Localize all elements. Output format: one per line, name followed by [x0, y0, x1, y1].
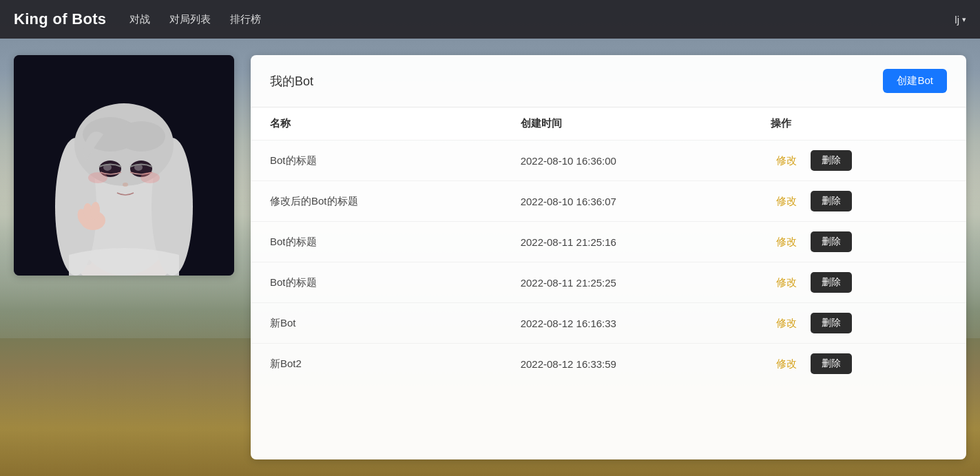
table-row: Bot的标题2022-08-10 16:36:00修改删除 [251, 141, 966, 181]
svg-point-18 [140, 172, 160, 183]
bot-panel: 我的Bot 创建Bot 名称 创建时间 操作 Bot的标题2022-08-10 … [251, 55, 966, 459]
bot-time-cell: 2022-08-11 21:25:25 [501, 262, 752, 303]
delete-button[interactable]: 删除 [811, 272, 852, 293]
delete-button[interactable]: 删除 [811, 231, 852, 252]
navbar-link-leaderboard[interactable]: 排行榜 [229, 10, 262, 29]
edit-button[interactable]: 修改 [771, 233, 802, 251]
bot-name-cell: Bot的标题 [251, 222, 501, 262]
action-buttons: 修改删除 [771, 150, 947, 171]
bot-action-cell: 修改删除 [751, 344, 966, 384]
table-header-row: 名称 创建时间 操作 [251, 107, 966, 141]
bot-panel-header: 我的Bot 创建Bot [251, 55, 966, 107]
bot-table-body: Bot的标题2022-08-10 16:36:00修改删除修改后的Bot的标题2… [251, 141, 966, 384]
navbar-link-matchlist[interactable]: 对局列表 [168, 10, 212, 29]
bot-time-cell: 2022-08-11 21:25:16 [501, 222, 752, 262]
col-header-action: 操作 [751, 107, 966, 141]
bot-time-cell: 2022-08-12 16:33:59 [501, 344, 752, 384]
table-row: Bot的标题2022-08-11 21:25:25修改删除 [251, 262, 966, 303]
navbar-links: 对战 对局列表 排行榜 [128, 10, 262, 29]
create-bot-button[interactable]: 创建Bot [883, 69, 947, 93]
svg-point-19 [123, 183, 128, 187]
bot-table: 名称 创建时间 操作 Bot的标题2022-08-10 16:36:00修改删除… [251, 107, 966, 384]
edit-button[interactable]: 修改 [771, 273, 802, 292]
bot-name-cell: Bot的标题 [251, 141, 501, 181]
bot-action-cell: 修改删除 [751, 303, 966, 344]
bot-action-cell: 修改删除 [751, 141, 966, 181]
table-row: 修改后的Bot的标题2022-08-10 16:36:07修改删除 [251, 181, 966, 222]
bot-time-cell: 2022-08-10 16:36:07 [501, 181, 752, 222]
delete-button[interactable]: 删除 [811, 353, 852, 374]
action-buttons: 修改删除 [771, 313, 947, 333]
bot-table-head: 名称 创建时间 操作 [251, 107, 966, 141]
delete-button[interactable]: 删除 [811, 150, 852, 171]
col-header-name: 名称 [251, 107, 501, 141]
bot-action-cell: 修改删除 [751, 222, 966, 262]
navbar: King of Bots 对战 对局列表 排行榜 lj [0, 0, 980, 39]
bot-name-cell: 新Bot2 [251, 344, 501, 384]
action-buttons: 修改删除 [771, 272, 947, 293]
delete-button[interactable]: 删除 [811, 313, 852, 333]
bot-name-cell: 新Bot [251, 303, 501, 344]
bot-action-cell: 修改删除 [751, 262, 966, 303]
delete-button[interactable]: 删除 [811, 191, 852, 211]
edit-button[interactable]: 修改 [771, 314, 802, 333]
bot-name-cell: 修改后的Bot的标题 [251, 181, 501, 222]
main-content: 我的Bot 创建Bot 名称 创建时间 操作 Bot的标题2022-08-10 … [0, 39, 980, 476]
avatar-image [14, 55, 234, 276]
bot-action-cell: 修改删除 [751, 181, 966, 222]
table-row: 新Bot2022-08-12 16:16:33修改删除 [251, 303, 966, 344]
svg-point-12 [117, 121, 165, 152]
table-row: 新Bot22022-08-12 16:33:59修改删除 [251, 344, 966, 384]
avatar-card [14, 55, 234, 276]
bot-time-cell: 2022-08-12 16:16:33 [501, 303, 752, 344]
edit-button[interactable]: 修改 [771, 192, 802, 211]
svg-point-17 [88, 172, 107, 183]
bot-time-cell: 2022-08-10 16:36:00 [501, 141, 752, 181]
action-buttons: 修改删除 [771, 231, 947, 252]
bot-panel-title: 我的Bot [270, 73, 313, 90]
navbar-link-battle[interactable]: 对战 [128, 10, 152, 29]
avatar-svg [14, 55, 234, 276]
action-buttons: 修改删除 [771, 353, 947, 374]
edit-button[interactable]: 修改 [771, 152, 802, 170]
col-header-time: 创建时间 [501, 107, 752, 141]
app-brand: King of Bots [14, 10, 106, 28]
action-buttons: 修改删除 [771, 191, 947, 211]
bot-name-cell: Bot的标题 [251, 262, 501, 303]
table-row: Bot的标题2022-08-11 21:25:16修改删除 [251, 222, 966, 262]
navbar-user[interactable]: lj [955, 14, 966, 25]
edit-button[interactable]: 修改 [771, 355, 802, 373]
